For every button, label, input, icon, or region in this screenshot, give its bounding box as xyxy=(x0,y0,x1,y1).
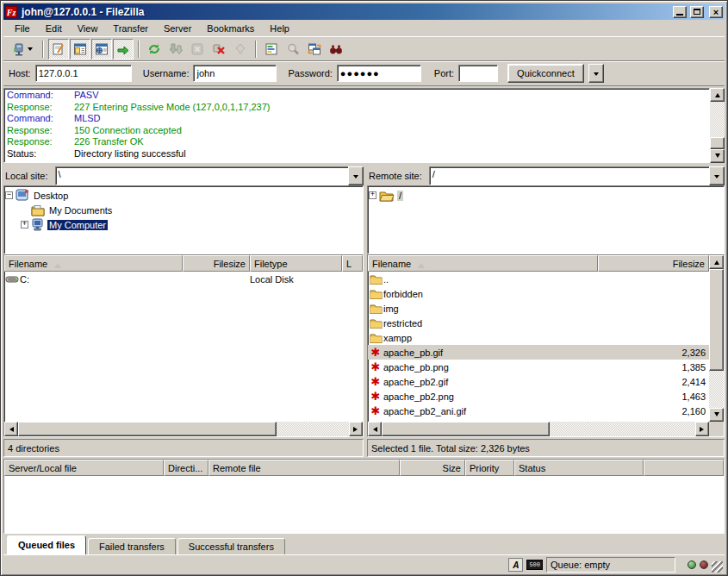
menu-help[interactable]: Help xyxy=(262,22,297,35)
scrollbar-thumb[interactable] xyxy=(709,269,724,371)
host-input[interactable] xyxy=(35,65,132,82)
scrollbar-thumb[interactable] xyxy=(18,422,277,436)
column-header-filename[interactable]: Filename xyxy=(4,255,183,272)
refresh-button[interactable] xyxy=(144,39,165,59)
close-button[interactable]: × xyxy=(709,6,723,18)
remote-folder-row[interactable]: forbidden xyxy=(368,286,709,301)
local-site-path[interactable]: \ xyxy=(55,166,348,185)
remote-file-row[interactable]: ✱ apache_pb.png 1,385 xyxy=(368,360,709,374)
tree-label[interactable]: Desktop xyxy=(32,191,70,201)
remote-site-dropdown-button[interactable] xyxy=(709,166,725,185)
menu-view[interactable]: View xyxy=(70,22,106,35)
local-list-hscrollbar[interactable] xyxy=(4,422,363,436)
column-header-filesize[interactable]: Filesize xyxy=(598,255,709,272)
resize-grip[interactable] xyxy=(712,561,723,573)
scrollbar-thumb[interactable] xyxy=(710,137,725,149)
remote-site-combobox[interactable]: / xyxy=(429,166,725,185)
tree-item-desktop[interactable]: − Desktop xyxy=(5,188,362,203)
tab-queued-files[interactable]: Queued files xyxy=(7,535,86,554)
quickconnect-dropdown-button[interactable] xyxy=(588,64,604,83)
expand-box[interactable]: + xyxy=(369,191,376,199)
expand-box[interactable]: + xyxy=(21,221,28,229)
remote-folder-row[interactable]: restricted xyxy=(368,316,709,330)
menu-bookmarks[interactable]: Bookmarks xyxy=(199,22,262,35)
remote-site-path[interactable]: / xyxy=(429,166,709,185)
directory-comparison-button[interactable] xyxy=(283,39,303,59)
scroll-down-button[interactable] xyxy=(710,149,725,163)
toggle-queue-button[interactable] xyxy=(113,39,134,59)
column-header-filename[interactable]: Filename xyxy=(368,255,598,272)
local-site-combobox[interactable]: \ xyxy=(55,166,364,185)
column-header-priority[interactable]: Priority xyxy=(465,460,514,476)
tree-label[interactable]: My Computer xyxy=(47,220,108,230)
remote-file-row-selected[interactable]: ✱ apache_pb.gif 2,326 xyxy=(368,345,709,360)
log-scrollbar[interactable] xyxy=(710,88,725,163)
scroll-right-button[interactable] xyxy=(349,422,363,436)
local-list-rows[interactable]: C: Local Disk xyxy=(4,272,363,422)
remote-folder-row[interactable]: xampp xyxy=(368,330,709,345)
remote-folder-row[interactable]: img xyxy=(368,301,709,316)
column-header-filetype[interactable]: Filetype xyxy=(250,255,342,272)
local-site-dropdown-button[interactable] xyxy=(348,166,364,185)
title-bar[interactable]: Fz john@127.0.0.1 - FileZilla × xyxy=(3,3,725,20)
site-manager-button[interactable] xyxy=(7,39,38,59)
column-header-remote-file[interactable]: Remote file xyxy=(208,460,400,476)
image-file-icon: ✱ xyxy=(368,347,383,358)
scroll-right-button[interactable] xyxy=(695,422,709,436)
find-files-button[interactable] xyxy=(326,39,346,59)
synchronized-browsing-button[interactable] xyxy=(304,39,325,59)
username-input[interactable] xyxy=(193,65,277,82)
scrollbar-thumb[interactable] xyxy=(382,422,550,436)
password-input[interactable] xyxy=(337,65,421,82)
port-input[interactable] xyxy=(458,65,498,82)
column-header-size[interactable]: Size xyxy=(400,460,465,476)
tree-item-my-documents[interactable]: My Documents xyxy=(31,203,362,217)
tree-label[interactable]: My Documents xyxy=(47,205,114,216)
speed-limit-icon[interactable]: 500 xyxy=(526,560,543,570)
filter-button[interactable] xyxy=(261,39,282,59)
maximize-button[interactable] xyxy=(690,6,704,18)
process-queue-button[interactable] xyxy=(165,39,186,59)
toggle-message-log-button[interactable] xyxy=(48,39,69,59)
scroll-down-button[interactable] xyxy=(709,408,724,422)
remote-list-rows[interactable]: .. forbidden img xyxy=(368,272,709,422)
local-directory-tree[interactable]: − Desktop My Documents + xyxy=(3,185,364,254)
column-header-filesize[interactable]: Filesize xyxy=(183,255,250,272)
column-header-direction[interactable]: Directi... xyxy=(164,460,208,476)
message-log[interactable]: Command:PASV Response:227 Entering Passi… xyxy=(3,88,710,163)
menu-server[interactable]: Server xyxy=(156,22,199,35)
remote-list-vscrollbar[interactable] xyxy=(709,255,724,422)
ascii-data-type-icon[interactable]: A xyxy=(508,558,523,572)
scroll-left-button[interactable] xyxy=(4,422,18,436)
tab-failed-transfers[interactable]: Failed transfers xyxy=(88,538,176,554)
tab-successful-transfers[interactable]: Successful transfers xyxy=(177,538,285,554)
scroll-up-button[interactable] xyxy=(709,255,724,269)
toggle-local-tree-button[interactable] xyxy=(70,39,90,59)
toggle-remote-tree-button[interactable] xyxy=(91,39,112,59)
quickconnect-button[interactable]: Quickconnect xyxy=(507,64,584,83)
remote-directory-tree[interactable]: + / xyxy=(367,185,725,254)
scroll-up-button[interactable] xyxy=(710,88,725,102)
menu-file[interactable]: File xyxy=(7,22,38,35)
remote-folder-row[interactable]: .. xyxy=(368,272,709,286)
remote-list-hscrollbar[interactable] xyxy=(368,422,709,436)
tree-label[interactable]: / xyxy=(397,191,403,201)
column-header-status[interactable]: Status xyxy=(514,460,644,476)
menu-transfer[interactable]: Transfer xyxy=(105,22,156,35)
disconnect-button[interactable] xyxy=(208,39,229,59)
tree-item-root[interactable]: + / xyxy=(369,188,723,203)
remote-file-row[interactable]: ✱ apache_pb2.gif 2,414 xyxy=(368,374,709,389)
local-file-row[interactable]: C: Local Disk xyxy=(4,272,363,286)
column-header-server-local-file[interactable]: Server/Local file xyxy=(4,460,164,476)
remote-file-row[interactable]: ✱ apache_pb2_ani.gif 2,160 xyxy=(368,404,709,418)
queue-body[interactable] xyxy=(4,476,724,533)
menu-edit[interactable]: Edit xyxy=(38,22,70,35)
minimize-button[interactable] xyxy=(673,6,687,18)
remote-file-row[interactable]: ✱ apache_pb2.png 1,463 xyxy=(368,389,709,404)
tree-item-my-computer[interactable]: + My Computer xyxy=(21,217,362,232)
collapse-box[interactable]: − xyxy=(5,191,13,199)
reconnect-button[interactable] xyxy=(230,39,251,59)
scroll-left-button[interactable] xyxy=(368,422,382,436)
column-header-last-modified[interactable]: L xyxy=(342,255,363,272)
cancel-operation-button[interactable] xyxy=(187,39,208,59)
